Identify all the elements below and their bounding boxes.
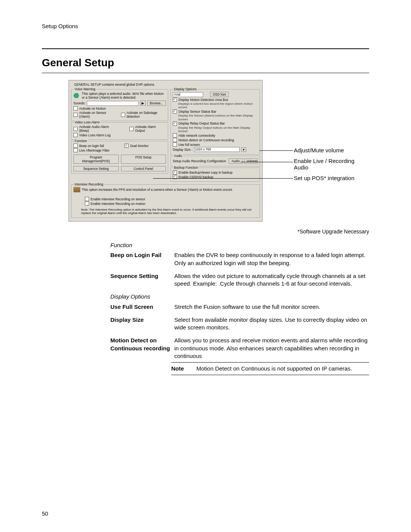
cb-activate-sensor[interactable] — [73, 113, 78, 117]
sub-motion-box: Displays a colored box around the region… — [178, 102, 258, 109]
lbl-beep-login: Beep on login fail — [79, 144, 104, 148]
cb-afterimage[interactable] — [73, 148, 78, 152]
term-full-screen: Use Full Screen — [110, 303, 174, 311]
btn-control-panel[interactable]: Control Panel — [121, 166, 166, 171]
btn-osd-font[interactable]: OSD font — [210, 92, 229, 97]
sub-sensor-bar: Display the Sensor (Alarm) buttons on th… — [178, 114, 258, 121]
intensive-note: This option increases the PPS and resolu… — [82, 188, 258, 192]
intensive-footnote: Note: The Intensive Recording option is … — [81, 208, 258, 215]
legend-audio: Audio — [173, 154, 183, 158]
lbl-intensive-sensor: Enable Intensive Recording on sensor — [91, 197, 145, 201]
btn-volume[interactable]: Volume — [244, 158, 258, 164]
def-sequence: Allows the video out picture to automati… — [174, 272, 369, 288]
sub-relay-bar: Display the Relay Output buttons on the … — [178, 126, 258, 133]
lbl-motion-cont: Motion detect on Continuous recording — [178, 138, 234, 142]
lbl-video-loss-log: Video Loss Alarm Log — [79, 133, 111, 137]
lbl-sensor-bar: Display Sensor Status Bar — [178, 110, 216, 113]
group-intensive: Intensive Recording This option increase… — [71, 184, 260, 218]
note-row: Note Motion Detect on Continuous is not … — [171, 362, 369, 375]
cb-audio-beep[interactable] — [73, 127, 78, 131]
cb-motion-cont[interactable] — [173, 138, 177, 142]
term-display-size: Display Size — [110, 316, 174, 332]
play-button[interactable]: ▶ — [140, 101, 146, 106]
term-sequence: Sequence Setting — [110, 272, 174, 288]
def-beep-login: Enables the DVR to beep continuously in … — [174, 251, 369, 267]
cb-use-full[interactable] — [173, 142, 177, 147]
desc-row: Beep on Login Fail Enables the DVR to be… — [110, 251, 369, 267]
cb-dual-monitor[interactable] — [124, 144, 129, 148]
sounds-input[interactable] — [87, 101, 139, 106]
cb-relay-bar[interactable] — [173, 121, 177, 126]
lbl-intensive-motion: Enable Intensive Recording on motion — [91, 202, 145, 206]
lbl-alarm-output: Activate Alarm Output — [135, 125, 166, 133]
lbl-audio-beep: Activate Audio Alarm (Beep) — [79, 125, 119, 133]
btn-pos-setup[interactable]: POS Setup — [121, 155, 166, 164]
callout-volume: Adjust/Mute volume — [294, 147, 362, 153]
term-motion-cont: Motion Detect on Continuous recording — [110, 337, 174, 360]
btn-program-pos[interactable]: Program Management(POS) — [73, 155, 119, 164]
rule-under-title — [42, 73, 369, 73]
group-audio: Audio Setup Audio Recording Configuratio… — [170, 156, 260, 166]
desc-row: Display Size Select from available monit… — [110, 316, 369, 332]
legend-voice-warning: Voice Warning — [74, 87, 96, 91]
legend-backup: Backup Function — [173, 166, 199, 169]
cb-beep-login[interactable] — [73, 144, 78, 148]
lbl-dual-monitor: Dual Monitor — [130, 144, 148, 148]
note-text: Motion Detect on Continuous is not suppo… — [196, 365, 352, 372]
recording-icon — [73, 187, 80, 192]
legend-video-loss: Video Loss Alarm — [74, 120, 100, 124]
section-head-function: Function — [110, 241, 369, 249]
desc-row: Motion Detect on Continuous recording Al… — [110, 337, 369, 360]
cb-alarm-output[interactable] — [129, 127, 134, 131]
group-video-loss: Video Loss Alarm Activate Audio Alarm (B… — [71, 122, 168, 140]
cb-intensive-sensor[interactable] — [85, 197, 89, 201]
lbl-use-full: Use full screen — [178, 143, 200, 147]
group-backup: Backup Function Enable BackupViewer copy… — [170, 168, 260, 182]
lbl-display-size: Display Size : — [173, 148, 193, 152]
cb-video-loss-log[interactable] — [73, 133, 78, 137]
cb-backup-viewer[interactable] — [173, 170, 177, 174]
page-header: Setup Options — [42, 23, 369, 29]
def-full-screen: Stretch the Fusion software to use the f… — [174, 303, 369, 311]
callout-audio: Enable Live / Recording Audio — [294, 158, 362, 171]
cb-activate-sabotage[interactable] — [121, 113, 125, 117]
rule-top — [42, 48, 369, 49]
group-function: Function Beep on login fail Dual Monitor… — [71, 141, 168, 174]
cb-intensive-motion[interactable] — [85, 201, 89, 206]
page-title: General Setup — [42, 57, 369, 69]
cb-activate-motion[interactable] — [73, 106, 78, 110]
lbl-hide-net: Hide network connectivity — [178, 134, 215, 137]
voice-warning-note: This option plays a selected audio .WAV … — [82, 92, 166, 99]
term-beep-login: Beep on Login Fail — [110, 251, 174, 267]
group-display-options: Display Options Arial OSD font Display M… — [170, 89, 260, 155]
browse-button[interactable]: Browse... — [147, 101, 166, 106]
desc-row: Use Full Screen Stretch the Fusion softw… — [110, 303, 369, 311]
sound-icon — [73, 93, 80, 98]
legend-function: Function — [74, 139, 88, 143]
audio-text: Setup Audio Recording Configuration — [173, 159, 227, 163]
btn-sequence[interactable]: Sequence Setting — [73, 166, 119, 171]
lbl-activate-sabotage: Activate on Sabotage detection — [127, 111, 166, 118]
software-upgrade-footnote: *Software Upgrade Necessary — [42, 228, 369, 235]
desc-row: Sequence Setting Allows the video out pi… — [110, 272, 369, 288]
sounds-label: Sounds: — [73, 101, 85, 105]
screenshot-intro: GENERAL SETUP contains several global DV… — [74, 83, 260, 86]
lbl-backup-viewer: Enable BackupViewer copy in backup — [178, 171, 233, 174]
page-number: 50 — [42, 510, 48, 517]
lbl-afterimage: Live Afterimage Filter — [79, 149, 110, 152]
def-motion-cont: Allows you to process and receive motion… — [174, 337, 369, 360]
lbl-activate-motion: Activate on Motion — [79, 107, 106, 110]
def-display-size: Select from available monitor display si… — [174, 316, 369, 332]
cb-motion-box[interactable] — [173, 97, 177, 102]
btn-audio[interactable]: Audio — [229, 158, 242, 164]
font-input[interactable]: Arial — [173, 92, 203, 97]
display-size-select[interactable]: 1024 x 768 — [194, 147, 240, 152]
display-size-dropdown-icon[interactable]: ▾ — [241, 147, 246, 152]
cb-sensor-bar[interactable] — [173, 109, 177, 113]
lbl-activate-sensor: Activate on Sensor (Alarm) — [79, 111, 113, 118]
note-label: Note — [171, 365, 190, 372]
group-voice-warning: Voice Warning This option plays a select… — [71, 89, 168, 121]
lbl-motion-box: Display Motion Detection Area Box — [178, 98, 228, 102]
cb-hide-net[interactable] — [173, 133, 177, 137]
lbl-relay-bar: Display Relay Output Status Bar — [178, 121, 225, 125]
